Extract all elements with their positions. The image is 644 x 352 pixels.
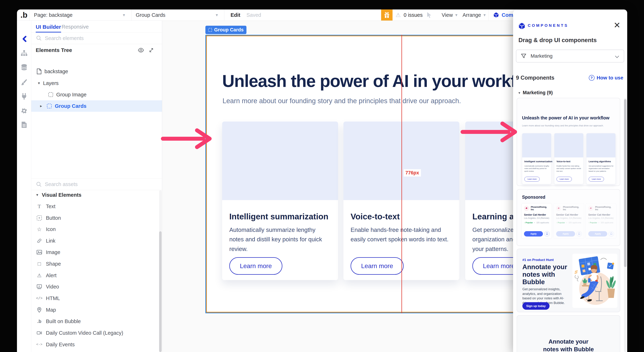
view-menu[interactable]: View ▾ — [442, 9, 457, 20]
map-pin-icon — [36, 307, 42, 313]
rail-settings-tab[interactable] — [17, 106, 31, 116]
dot-separator: • — [566, 222, 567, 224]
preview-feature-card: Voice-to-text Enable hands-free note-tak… — [554, 133, 584, 184]
card-title: Intelligent summarization — [229, 212, 328, 221]
asset-item-html[interactable]: </> HTML — [31, 293, 162, 304]
rail-plugins-tab[interactable] — [17, 91, 31, 101]
asset-label: HTML — [46, 296, 60, 301]
asset-item-daily-events[interactable]: <·> Daily Events — [31, 339, 162, 350]
asset-item-ionic-icon[interactable]: ◉ Ionic Icon — [31, 351, 162, 352]
component-preview-sponsored[interactable]: Sponsored PhoenixRising, Inc Senior Cat … — [517, 189, 620, 246]
apply-button: Apply — [556, 231, 575, 237]
tab-ui-builder[interactable]: UI Builder — [36, 24, 61, 30]
page-selector-dropdown[interactable]: Page: backstage ▾ — [34, 9, 130, 20]
asset-item-link[interactable]: Link — [31, 235, 162, 247]
caret-right-icon: ▸ — [38, 104, 44, 108]
asset-item-shape[interactable]: □ Shape — [31, 258, 162, 270]
visual-elements-section[interactable]: ▾ Visual Elements — [31, 189, 162, 201]
gift-button[interactable] — [381, 9, 392, 20]
rail-logs-tab[interactable] — [17, 120, 31, 130]
issues-counter[interactable]: 0 issues — [404, 9, 422, 20]
asset-item-text[interactable]: T Text — [31, 201, 162, 212]
apply-button: Apply — [524, 231, 543, 237]
tree-item-group-image[interactable]: Group Image — [31, 89, 162, 100]
components-panel-scrollbar[interactable] — [624, 98, 626, 352]
asset-item-built-on-bubble[interactable]: .b Built on Bubble — [31, 316, 162, 327]
hero-subtitle: Learn more about our founding story and … — [222, 97, 461, 105]
asset-label: Built on Bubble — [46, 319, 81, 324]
tree-group-layers[interactable]: ▾ Layers — [31, 77, 162, 89]
tree-item-group-cards-selected[interactable]: ▸ Group Cards — [31, 100, 162, 112]
how-to-use-link[interactable]: ? How to use — [589, 75, 623, 81]
tab-responsive[interactable]: Responsive — [62, 24, 89, 30]
marketing-section-header[interactable]: ▾ Marketing (9) — [518, 90, 553, 95]
asset-item-alert[interactable]: ⚠ Alert — [31, 270, 162, 281]
canvas-page[interactable]: Unleash the power of AI in your workflow… — [206, 35, 516, 313]
asset-item-image[interactable]: Image — [31, 247, 162, 258]
issues-warning-icon: ⚠ — [396, 9, 401, 20]
component-preview-annotate-centered[interactable]: Annotate your notes with Bubble — [517, 315, 620, 352]
annotate-centered-title: Annotate your notes with Bubble — [517, 338, 620, 352]
learn-more-button[interactable]: Learn more — [229, 257, 282, 275]
edit-mode-button[interactable]: Edit — [230, 9, 240, 20]
selected-element-name: Group Cards — [214, 27, 244, 33]
feature-card[interactable]: Intelligent summarization Automatically … — [222, 122, 338, 280]
preview-subtitle: Learn more about our founding story and … — [522, 124, 604, 127]
bubble-editor-screenshot: .b Page: backstage ▾ Group Cards ▾ Edit … — [0, 0, 644, 352]
popular-badge: ↑ Popular — [524, 222, 533, 224]
rail-data-tab[interactable] — [17, 62, 31, 72]
gift-icon — [384, 11, 390, 18]
component-preview-annotate[interactable]: #1 on Product Hunt Annotate your notes w… — [517, 249, 620, 312]
job-role: Senior Cat Herder — [588, 213, 614, 216]
asset-item-daily-video-call[interactable]: Daily Custom Video Call (Legacy) — [31, 327, 162, 339]
element-selector-dropdown[interactable]: Group Cards ▾ — [136, 9, 223, 20]
card-image-placeholder — [586, 133, 616, 157]
asset-item-button[interactable]: + Button — [31, 212, 162, 224]
asset-label: Daily Events — [46, 342, 75, 348]
arrange-menu[interactable]: Arrange ▾ — [462, 9, 486, 20]
measurement-guide-line — [402, 35, 402, 313]
learn-more-button: Learn more — [589, 177, 604, 182]
left-panel-scrollbar[interactable] — [159, 190, 162, 352]
button-icon: + — [36, 215, 42, 220]
tree-item-label: Layers — [43, 80, 58, 86]
document-icon — [21, 121, 27, 128]
company-name: PhoenixRising, Inc — [595, 206, 614, 211]
preview-title: Unleash the power of AI in your workflow — [522, 115, 609, 120]
annotate-illustration — [572, 254, 618, 308]
selected-element-badge[interactable]: Group Cards — [206, 26, 246, 34]
rail-workflow-tab[interactable] — [17, 48, 31, 58]
reveal-eye-icon[interactable] — [138, 47, 144, 53]
cube-icon — [494, 12, 499, 18]
card-image-placeholder — [522, 133, 551, 157]
bookmark-icon — [609, 231, 614, 237]
asset-item-map[interactable]: Map — [31, 304, 162, 316]
category-filter-dropdown[interactable]: Marketing — [516, 50, 624, 62]
card-image-placeholder — [554, 133, 583, 157]
funnel-icon — [521, 53, 526, 59]
rail-design-tab[interactable] — [17, 34, 31, 44]
bubble-logo[interactable]: .b — [18, 9, 30, 20]
code-icon: </> — [36, 296, 42, 301]
asset-label: Video — [46, 284, 59, 290]
learn-more-button[interactable]: Learn more — [350, 257, 404, 275]
search-elements-input[interactable] — [45, 35, 145, 41]
asset-label: Button — [46, 215, 61, 221]
saved-status: Saved — [246, 9, 261, 20]
asset-item-video[interactable]: Video — [31, 281, 162, 292]
tree-item-backstage[interactable]: backstage — [31, 66, 162, 77]
element-selector-label: Group Cards — [136, 12, 166, 18]
asset-item-icon[interactable]: ☆ Icon — [31, 224, 162, 235]
group-element-icon — [48, 92, 53, 97]
chevron-down-icon: ▾ — [455, 12, 457, 17]
component-preview-hero[interactable]: Unleash the power of AI in your workflow… — [517, 98, 620, 186]
expand-tree-icon[interactable] — [148, 47, 154, 53]
left-panel: UI Builder Responsive Elements Tree back… — [31, 21, 162, 352]
asset-label: Link — [46, 238, 55, 244]
drag-arrow-left — [160, 127, 214, 151]
chevron-down-icon — [615, 54, 619, 58]
close-icon[interactable]: ✕ — [612, 20, 622, 30]
search-assets-input[interactable] — [45, 181, 145, 187]
sponsored-label: Sponsored — [522, 195, 546, 200]
rail-styles-tab[interactable] — [17, 77, 31, 87]
